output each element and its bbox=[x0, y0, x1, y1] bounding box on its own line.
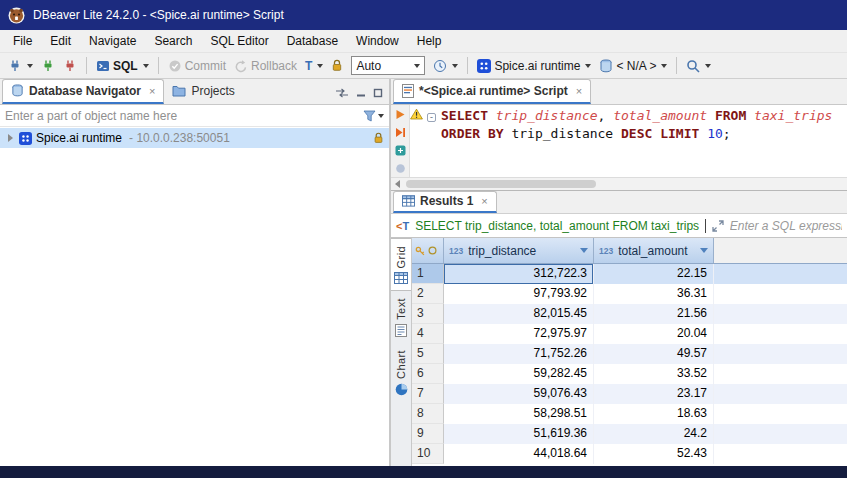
sql-editor: -SELECT trip_distance, total_amount FROM… bbox=[391, 105, 847, 191]
grid-cell-trip-distance[interactable]: 51,619.36 bbox=[444, 424, 594, 444]
connection-selector-value: Spice.ai runtime bbox=[494, 59, 580, 73]
sql-token: DESC bbox=[621, 126, 652, 141]
menu-search[interactable]: Search bbox=[145, 31, 201, 51]
sql-editor-button[interactable]: SQL bbox=[93, 57, 152, 75]
close-icon[interactable]: × bbox=[481, 195, 487, 207]
grid-cell-total-amount[interactable]: 22.15 bbox=[594, 264, 714, 284]
editor-horizontal-scrollbar[interactable] bbox=[391, 177, 847, 190]
new-connection-button[interactable] bbox=[5, 57, 36, 75]
menu-edit[interactable]: Edit bbox=[41, 31, 80, 51]
grid-cell-total-amount[interactable]: 21.56 bbox=[594, 304, 714, 324]
close-icon[interactable]: × bbox=[576, 85, 582, 97]
grid-cell-total-amount[interactable]: 24.2 bbox=[594, 424, 714, 444]
transaction-mode-button[interactable]: T bbox=[302, 57, 326, 75]
execute-statement-icon[interactable] bbox=[395, 109, 406, 120]
minimize-icon[interactable] bbox=[356, 88, 366, 98]
commit-button[interactable]: Commit bbox=[165, 57, 229, 75]
grid-view-icon bbox=[394, 272, 408, 284]
autocommit-combo[interactable]: Auto bbox=[351, 56, 425, 75]
maximize-icon[interactable] bbox=[373, 88, 383, 98]
grid-row-filler bbox=[714, 384, 847, 404]
scroll-left-icon[interactable] bbox=[395, 180, 400, 188]
sort-indicator-icon[interactable] bbox=[580, 248, 588, 253]
grid-cell-total-amount[interactable]: 36.31 bbox=[594, 284, 714, 304]
menu-file[interactable]: File bbox=[4, 31, 41, 51]
menu-sql-editor[interactable]: SQL Editor bbox=[201, 31, 277, 51]
row-number[interactable]: 2 bbox=[412, 284, 444, 304]
main-toolbar: SQL Commit Rollback T Auto bbox=[0, 53, 847, 79]
search-button[interactable] bbox=[683, 57, 714, 75]
expand-filter-icon[interactable] bbox=[712, 220, 724, 232]
view-tab-label: Text bbox=[395, 298, 407, 320]
row-number[interactable]: 4 bbox=[412, 324, 444, 344]
row-number[interactable]: 8 bbox=[412, 404, 444, 424]
disconnect-button[interactable] bbox=[60, 57, 80, 75]
expand-chevron-icon[interactable] bbox=[8, 134, 13, 142]
menu-help[interactable]: Help bbox=[408, 31, 451, 51]
grid-cell-total-amount[interactable]: 52.43 bbox=[594, 444, 714, 464]
connect-button[interactable] bbox=[38, 57, 58, 75]
lock-icon bbox=[373, 132, 384, 144]
warning-icon[interactable] bbox=[410, 108, 425, 120]
menu-window[interactable]: Window bbox=[347, 31, 408, 51]
editor-extra-tool-icon[interactable] bbox=[395, 163, 406, 174]
fold-marker[interactable]: - bbox=[427, 107, 441, 125]
execute-script-icon[interactable] bbox=[395, 127, 406, 138]
corner-circle-icon bbox=[428, 246, 437, 255]
row-number[interactable]: 9 bbox=[412, 424, 444, 444]
object-filter-input[interactable] bbox=[5, 109, 363, 123]
sql-line-2[interactable]: ORDER BY trip_distance DESC LIMIT 10; bbox=[427, 125, 847, 143]
menu-database[interactable]: Database bbox=[278, 31, 347, 51]
filter-funnel-icon[interactable] bbox=[363, 110, 384, 122]
menu-navigate[interactable]: Navigate bbox=[80, 31, 145, 51]
tree-item-spice-connection[interactable]: Spice.ai runtime - 10.0.0.238:50051 bbox=[0, 128, 389, 148]
tab-results-1[interactable]: Results 1 × bbox=[393, 191, 497, 213]
grid-cell-trip-distance[interactable]: 58,298.51 bbox=[444, 404, 594, 424]
grid-cell-total-amount[interactable]: 49.57 bbox=[594, 344, 714, 364]
sort-indicator-icon[interactable] bbox=[700, 248, 708, 253]
explain-plan-icon[interactable] bbox=[395, 145, 406, 156]
autocommit-lock-icon[interactable] bbox=[328, 57, 346, 74]
grid-cell-trip-distance[interactable]: 71,752.26 bbox=[444, 344, 594, 364]
row-number[interactable]: 7 bbox=[412, 384, 444, 404]
rollback-button[interactable]: Rollback bbox=[231, 57, 300, 75]
grid-corner-cell[interactable] bbox=[412, 238, 444, 263]
sql-line-1[interactable]: -SELECT trip_distance, total_amount FROM… bbox=[427, 107, 847, 125]
transaction-log-button[interactable] bbox=[430, 57, 461, 75]
grid-cell-total-amount[interactable]: 20.04 bbox=[594, 324, 714, 344]
view-tab-chart[interactable]: Chart bbox=[391, 343, 411, 402]
grid-row-filler bbox=[714, 364, 847, 384]
dropdown-arrow-icon bbox=[661, 64, 667, 68]
data-grid: 123 trip_distance 123 total_amount bbox=[412, 238, 847, 466]
link-with-editor-icon[interactable] bbox=[335, 88, 349, 98]
row-number[interactable]: 5 bbox=[412, 344, 444, 364]
tab-sql-script[interactable]: *<Spice.ai runtime> Script × bbox=[393, 79, 591, 104]
close-icon[interactable]: × bbox=[149, 85, 155, 97]
scrollbar-thumb[interactable] bbox=[406, 180, 596, 188]
row-number[interactable]: 10 bbox=[412, 444, 444, 464]
view-tab-grid[interactable]: Grid bbox=[391, 238, 411, 291]
grid-row-filler bbox=[714, 304, 847, 324]
grid-row: 659,282.4533.52 bbox=[412, 364, 847, 384]
row-number[interactable]: 1 bbox=[412, 264, 444, 284]
grid-cell-trip-distance[interactable]: 312,722.3 bbox=[444, 264, 594, 284]
grid-cell-trip-distance[interactable]: 72,975.97 bbox=[444, 324, 594, 344]
grid-cell-trip-distance[interactable]: 59,076.43 bbox=[444, 384, 594, 404]
grid-cell-trip-distance[interactable]: 97,793.92 bbox=[444, 284, 594, 304]
tab-database-navigator[interactable]: Database Navigator × bbox=[2, 79, 164, 104]
results-filter-input[interactable]: Enter a SQL expression to... bbox=[730, 219, 842, 233]
grid-cell-trip-distance[interactable]: 82,015.45 bbox=[444, 304, 594, 324]
grid-cell-trip-distance[interactable]: 59,282.45 bbox=[444, 364, 594, 384]
grid-cell-total-amount[interactable]: 23.17 bbox=[594, 384, 714, 404]
grid-cell-trip-distance[interactable]: 44,018.64 bbox=[444, 444, 594, 464]
grid-cell-total-amount[interactable]: 33.52 bbox=[594, 364, 714, 384]
tab-projects[interactable]: Projects bbox=[164, 79, 242, 104]
column-header-trip-distance[interactable]: 123 trip_distance bbox=[444, 238, 594, 263]
column-header-total-amount[interactable]: 123 total_amount bbox=[594, 238, 714, 263]
view-tab-text[interactable]: Text bbox=[391, 291, 411, 343]
connection-selector[interactable]: Spice.ai runtime bbox=[474, 57, 594, 75]
grid-cell-total-amount[interactable]: 18.63 bbox=[594, 404, 714, 424]
row-number[interactable]: 6 bbox=[412, 364, 444, 384]
schema-selector[interactable]: < N/A > bbox=[596, 57, 670, 75]
row-number[interactable]: 3 bbox=[412, 304, 444, 324]
